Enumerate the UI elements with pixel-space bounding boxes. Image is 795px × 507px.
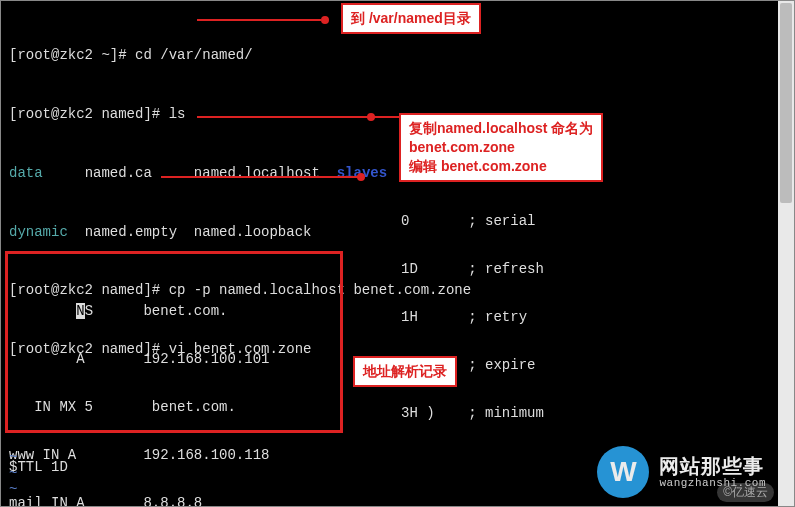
yiteng-watermark: ©亿速云 xyxy=(717,483,774,502)
annot-cd: 到 /var/named目录 xyxy=(341,3,481,34)
ls-row1: data named.ca named.localhost slaves xyxy=(9,164,786,184)
watermark-title: 网站那些事 xyxy=(659,455,766,477)
cmd-cd: [root@zkc2 ~]# cd /var/named/ xyxy=(9,46,786,66)
soa-fields: 0 ; serial 1D ; refresh 1H ; retry 1W ; … xyxy=(401,181,544,437)
scrollbar[interactable] xyxy=(778,1,794,506)
underline-3 xyxy=(161,176,361,178)
annot-records: 地址解析记录 xyxy=(353,356,457,387)
annot-cp-vi: 复制named.localhost 命名为 benet.com.zone 编辑 … xyxy=(399,113,603,182)
underline-dot-2 xyxy=(367,113,375,121)
vi-tildes: ~ ~ ~ xyxy=(9,449,17,497)
scrollbar-thumb[interactable] xyxy=(780,3,792,203)
underline-1 xyxy=(197,19,321,21)
underline-dot-3 xyxy=(357,173,365,181)
watermark-logo-icon: W xyxy=(597,446,649,498)
records-highlight-box xyxy=(5,251,343,433)
cmd-ls: [root@zkc2 named]# ls xyxy=(9,105,786,125)
underline-dot-1 xyxy=(321,16,329,24)
ls-row2: dynamic named.empty named.loopback xyxy=(9,223,786,243)
